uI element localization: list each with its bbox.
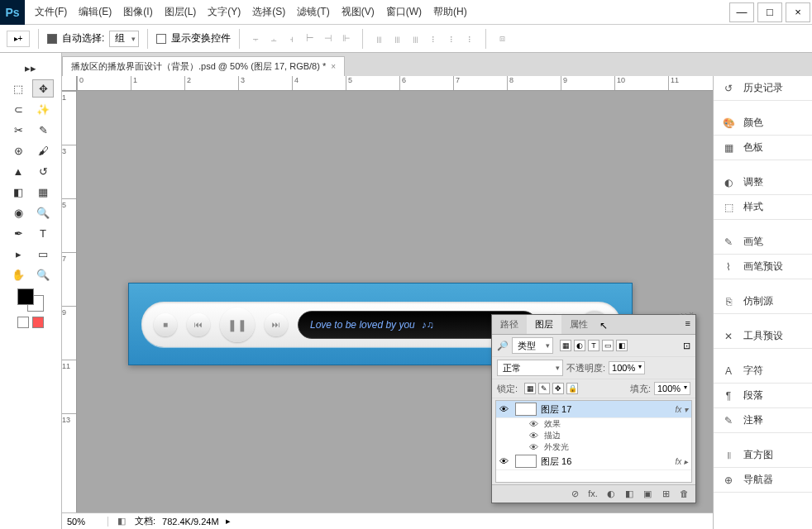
eyedropper-tool[interactable]: ✎ [32,121,54,139]
layer-effect-row[interactable]: 👁描边 [496,430,691,441]
color-swatches[interactable] [17,288,44,312]
transform-checkbox[interactable] [156,34,166,44]
stamp-tool[interactable]: ▲ [7,162,29,180]
menu-layer[interactable]: 图层(L) [165,5,197,19]
kind-search-icon[interactable]: 🔎 [497,341,509,351]
layer-row[interactable]: 👁 图层 17 ↖ fx ▾ [496,401,691,418]
menu-window[interactable]: 窗口(W) [386,5,422,19]
filter-shape-icon[interactable]: ▭ [602,340,614,351]
menu-edit[interactable]: 编辑(E) [79,5,112,19]
dock-histogram[interactable]: ⫴直方图 [714,443,812,468]
align-top-icon[interactable]: ⫟ [248,31,263,46]
layers-tree[interactable]: 👁 图层 17 ↖ fx ▾ 👁效果 👁描边 👁外发光 👁 图层 16 fx ▸ [495,400,692,483]
lock-pixels-icon[interactable]: ▦ [524,383,536,394]
layers-panel[interactable]: ◂◂ × 路径 图层 属性 ≡ 🔎 类型 ▦ ◐ T ▭ ◧ ⊡ 正常 不透明度… [491,314,696,503]
distribute-icon[interactable]: ⫶ [426,31,441,46]
gradient-tool[interactable]: ▦ [32,183,54,201]
history-brush-tool[interactable]: ↺ [32,162,54,180]
zoom-tool[interactable]: 🔍 [32,265,54,284]
eraser-tool[interactable]: ◧ [7,183,29,201]
quick-mask-toggle[interactable] [0,317,61,328]
tab-properties[interactable]: 属性 [561,315,596,334]
link-layers-icon[interactable]: ⊘ [568,488,581,499]
dock-brush[interactable]: ✎画笔 [714,230,812,255]
filter-kind-dropdown[interactable]: 类型 [512,337,553,354]
minimize-button[interactable]: — [729,2,754,22]
fg-color-swatch[interactable] [17,288,34,305]
dock-color[interactable]: 🎨颜色 [714,111,812,136]
move-tool[interactable]: ⬚ [7,79,29,98]
dock-character[interactable]: A字符 [714,359,812,384]
dock-tool-presets[interactable]: ✕工具预设 [714,324,812,349]
menu-text[interactable]: 文字(Y) [208,5,241,19]
align-bottom-icon[interactable]: ⫞ [284,31,299,46]
distribute-icon[interactable]: ⫼ [371,31,386,46]
dock-clone[interactable]: ⎘仿制源 [714,289,812,314]
3d-mode-icon[interactable]: ⧇ [494,31,509,46]
chevron-right-icon[interactable]: ▸ [226,516,231,527]
filter-pixel-icon[interactable]: ▦ [560,340,571,351]
trash-icon[interactable]: 🗑 [677,488,690,499]
dock-brush-presets[interactable]: ⌇画笔预设 [714,255,812,279]
dodge-tool[interactable]: 🔍 [32,203,54,222]
layer-effect-row[interactable]: 👁效果 [496,418,691,430]
lock-position-icon[interactable]: ✎ [538,383,550,394]
fill-value[interactable]: 100% [654,382,690,395]
fx-icon[interactable]: fx. [586,488,599,499]
auto-select-checkbox[interactable] [47,34,57,44]
pen-tool[interactable]: ✒ [7,224,29,242]
visibility-icon[interactable]: 👁 [499,404,511,414]
filter-type-icon[interactable]: T [588,340,599,351]
opacity-value[interactable]: 100% [609,361,645,374]
dock-navigator[interactable]: ⊕导航器 [714,468,812,493]
layer-thumb[interactable] [515,403,537,416]
group-icon[interactable]: ▣ [641,488,654,499]
auto-select-dropdown[interactable]: 组 [109,31,139,47]
align-right-icon[interactable]: ⊩ [339,31,354,46]
close-button[interactable]: × [786,2,810,22]
dock-swatches[interactable]: ▦色板 [714,136,812,160]
menu-image[interactable]: 图像(I) [123,5,152,19]
blur-tool[interactable]: ◉ [7,203,29,222]
distribute-icon[interactable]: ⫼ [389,31,404,46]
hand-tool[interactable]: ✋ [7,265,29,284]
fx-badge[interactable]: fx ▸ [675,457,688,466]
close-tab-icon[interactable]: × [331,62,336,71]
brush-tool[interactable]: 🖌 [32,141,54,160]
menu-file[interactable]: 文件(F) [35,5,67,19]
filter-smart-icon[interactable]: ◧ [616,340,628,351]
menu-help[interactable]: 帮助(H) [433,5,467,19]
wand-tool[interactable]: ✨ [32,100,54,118]
menu-select[interactable]: 选择(S) [252,5,285,19]
heal-tool[interactable]: ⊛ [7,141,29,160]
distribute-icon[interactable]: ⫶ [444,31,459,46]
lasso-tool[interactable]: ⊂ [7,100,29,118]
expand-icon[interactable]: ▸▸ [20,59,41,77]
document-tab[interactable]: 播放区的播放界面设计（背景）.psd @ 50% (图层 17, RGB/8) … [62,56,345,76]
zoom-level[interactable]: 50% [67,517,108,527]
crop-tool[interactable]: ✂ [7,121,29,139]
layer-name[interactable]: 图层 17 [541,403,571,416]
path-tool[interactable]: ▸ [7,245,29,263]
layer-name[interactable]: 图层 16 [541,455,571,468]
filter-toggle[interactable]: ⊡ [683,341,690,351]
layer-thumb[interactable] [515,455,537,468]
type-tool[interactable]: T [32,224,54,242]
distribute-icon[interactable]: ⫶ [462,31,477,46]
distribute-icon[interactable]: ⫼ [408,31,423,46]
panel-menu-icon[interactable]: ≡ [681,315,695,334]
lock-all-icon[interactable]: 🔒 [566,383,578,394]
dock-notes[interactable]: ✎注释 [714,408,812,433]
new-layer-icon[interactable]: ⊞ [659,488,672,499]
menu-filter[interactable]: 滤镜(T) [297,5,329,19]
shape-tool[interactable]: ▭ [32,245,54,263]
align-vcenter-icon[interactable]: ⫠ [266,31,281,46]
menu-view[interactable]: 视图(V) [342,5,375,19]
dock-paragraph[interactable]: ¶段落 [714,384,812,408]
tab-paths[interactable]: 路径 [492,315,527,334]
dock-history[interactable]: ↺历史记录 [714,76,812,101]
visibility-icon[interactable]: 👁 [499,456,511,466]
move-tool-active[interactable]: ✥ [32,79,54,98]
layer-row[interactable]: 👁 图层 16 fx ▸ [496,453,691,470]
tab-layers[interactable]: 图层 [527,315,561,334]
